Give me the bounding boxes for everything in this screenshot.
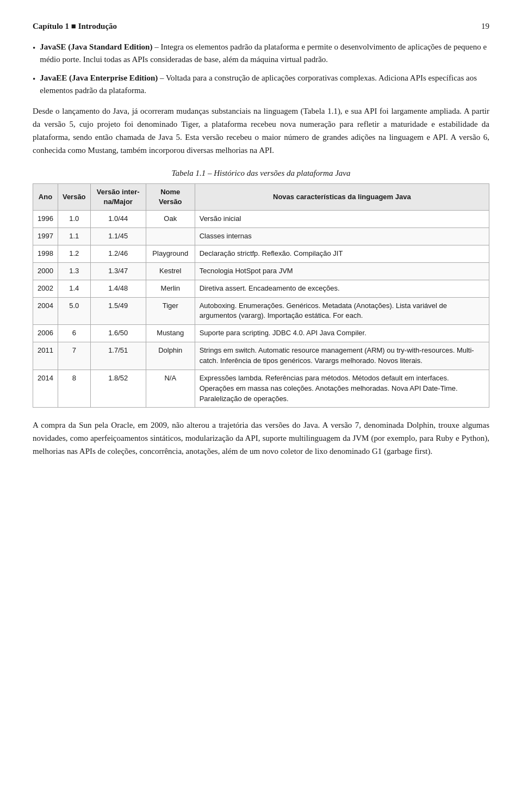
table-cell-8-2: 1.8/52 [90, 370, 146, 408]
table-row: 19961.01.0/44OakVersão inicial [33, 211, 489, 228]
table-cell-0-2: 1.0/44 [90, 211, 146, 228]
table-row: 201481.8/52N/AExpressões lambda. Referên… [33, 370, 489, 408]
table-cell-4-0: 2002 [33, 280, 58, 297]
col-novas-caract: Novas características da linguagem Java [195, 184, 489, 211]
table-cell-3-4: Tecnologia HotSpot para JVM [195, 262, 489, 280]
table-row: 19981.21.2/46PlaygroundDeclaração strict… [33, 245, 489, 263]
bold-term-1: JavaSE (Java Standard Edition) [40, 42, 152, 51]
bold-term-2: JavaEE (Java Enterprise Edition) [40, 73, 158, 82]
table-cell-7-2: 1.7/51 [90, 342, 146, 370]
table-cell-2-1: 1.2 [58, 245, 90, 263]
bullet-item-1: • JavaSE (Java Standard Edition) – Integ… [33, 41, 489, 66]
bullet-item-2: • JavaEE (Java Enterprise Edition) – Vol… [33, 72, 489, 97]
table-cell-1-1: 1.1 [58, 228, 90, 245]
bullet-section: • JavaSE (Java Standard Edition) – Integ… [33, 41, 489, 97]
versions-table: Ano Versão Versão inter­na/Major Nome Ve… [33, 183, 489, 408]
table-cell-4-2: 1.4/48 [90, 280, 146, 297]
table-cell-8-3: N/A [146, 370, 195, 408]
table-cell-5-1: 5.0 [58, 297, 90, 325]
table-row: 201171.7/51DolphinStrings em switch. Aut… [33, 342, 489, 370]
page-header: Capítulo 1 ■ Introdução 19 [33, 22, 489, 31]
chapter-title: Capítulo 1 ■ Introdução [33, 22, 117, 31]
table-cell-2-0: 1998 [33, 245, 58, 263]
table-cell-7-0: 2011 [33, 342, 58, 370]
col-versao: Versão [58, 184, 90, 211]
table-header-row: Ano Versão Versão inter­na/Major Nome Ve… [33, 184, 489, 211]
bullet-dot-2: • [33, 73, 35, 97]
table-row: 20045.01.5/49TigerAutoboxing. Enumeraçõe… [33, 297, 489, 325]
table-cell-0-3: Oak [146, 211, 195, 228]
table-cell-1-3 [146, 228, 195, 245]
table-cell-2-4: Declaração strictfp. Reflexão. Compilaçã… [195, 245, 489, 263]
table-cell-6-1: 6 [58, 325, 90, 342]
table-cell-7-4: Strings em switch. Automatic resource ma… [195, 342, 489, 370]
col-ano: Ano [33, 184, 58, 211]
table-cell-6-4: Suporte para scripting. JDBC 4.0. API Ja… [195, 325, 489, 342]
table-cell-8-0: 2014 [33, 370, 58, 408]
table-cell-5-4: Autoboxing. Enumerações. Genéricos. Meta… [195, 297, 489, 325]
table-cell-5-2: 1.5/49 [90, 297, 146, 325]
table-cell-1-2: 1.1/45 [90, 228, 146, 245]
bottom-paragraph-1: A compra da Sun pela Oracle, em 2009, nã… [33, 419, 489, 458]
table-cell-1-0: 1997 [33, 228, 58, 245]
table-cell-2-3: Playground [146, 245, 195, 263]
table-cell-6-3: Mustang [146, 325, 195, 342]
bullet-text-2: JavaEE (Java Enterprise Edition) – Volta… [40, 72, 489, 97]
table-cell-4-1: 1.4 [58, 280, 90, 297]
table-row: 200661.6/50MustangSuporte para scripting… [33, 325, 489, 342]
table-cell-8-4: Expressões lambda. Referências para méto… [195, 370, 489, 408]
table-cell-5-0: 2004 [33, 297, 58, 325]
table-cell-8-1: 8 [58, 370, 90, 408]
table-cell-6-0: 2006 [33, 325, 58, 342]
table-cell-2-2: 1.2/46 [90, 245, 146, 263]
table-cell-3-0: 2000 [33, 262, 58, 280]
table-cell-0-4: Versão inicial [195, 211, 489, 228]
bullet-dot-1: • [33, 42, 35, 66]
table-cell-1-4: Classes internas [195, 228, 489, 245]
bullet-text-1: JavaSE (Java Standard Edition) – Integra… [40, 41, 489, 66]
table-row: 20001.31.3/47KestrelTecnologia HotSpot p… [33, 262, 489, 280]
table-cell-3-2: 1.3/47 [90, 262, 146, 280]
table-cell-7-1: 7 [58, 342, 90, 370]
table-cell-3-3: Kestrel [146, 262, 195, 280]
table-cell-4-3: Merlin [146, 280, 195, 297]
page-number: 19 [481, 22, 489, 31]
table-row: 20021.41.4/48MerlinDiretiva assert. Enca… [33, 280, 489, 297]
body-paragraph-1: Desde o lançamento do Java, já ocorreram… [33, 104, 489, 157]
table-cell-5-3: Tiger [146, 297, 195, 325]
col-versao-interna: Versão inter­na/Major [90, 184, 146, 211]
table-cell-3-1: 1.3 [58, 262, 90, 280]
table-cell-4-4: Diretiva assert. Encadeamento de exceçõe… [195, 280, 489, 297]
table-cell-0-0: 1996 [33, 211, 58, 228]
table-cell-7-3: Dolphin [146, 342, 195, 370]
table-row: 19971.11.1/45Classes internas [33, 228, 489, 245]
table-cell-6-2: 1.6/50 [90, 325, 146, 342]
table-cell-0-1: 1.0 [58, 211, 90, 228]
table-title: Tabela 1.1 – Histórico das versões da pl… [33, 169, 489, 178]
col-nome-versao: Nome Versão [146, 184, 195, 211]
